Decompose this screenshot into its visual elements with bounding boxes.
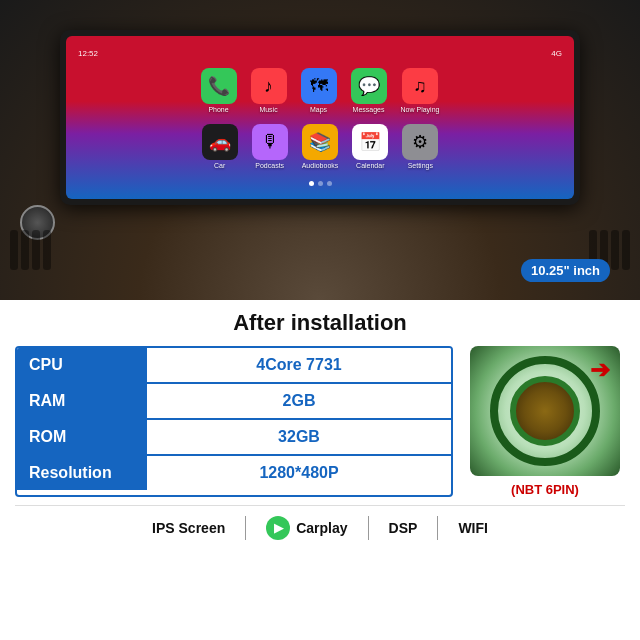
now-playing-label: Now Playing: [401, 106, 440, 113]
spec-row-resolution: Resolution 1280*480P: [17, 456, 451, 490]
dot-1: [309, 181, 314, 186]
dsp-label: DSP: [389, 520, 418, 536]
app-maps: 🗺 Maps: [301, 68, 337, 113]
spec-value-ram: 2GB: [147, 384, 451, 418]
podcasts-label: Podcasts: [255, 162, 284, 169]
music-icon: ♪: [251, 68, 287, 104]
now-playing-icon: ♫: [402, 68, 438, 104]
feature-bar: IPS Screen ▶ Carplay DSP WIFI: [15, 505, 625, 545]
spec-label-rom: ROM: [17, 420, 147, 454]
car-label: Car: [214, 162, 225, 169]
dot-3: [327, 181, 332, 186]
carplay-label: Carplay: [296, 520, 347, 536]
maps-icon: 🗺: [301, 68, 337, 104]
app-settings: ⚙ Settings: [402, 124, 438, 169]
messages-icon: 💬: [351, 68, 387, 104]
phone-icon: 📞: [201, 68, 237, 104]
spec-label-ram: RAM: [17, 384, 147, 418]
audiobooks-label: Audiobooks: [302, 162, 339, 169]
feature-carplay: ▶ Carplay: [246, 516, 367, 540]
app-car: 🚗 Car: [202, 124, 238, 169]
spec-label-cpu: CPU: [17, 348, 147, 382]
status-bar: 12:52 4G: [74, 49, 566, 58]
spec-row-cpu: CPU 4Core 7731: [17, 348, 451, 384]
connector-ring-outer: [490, 356, 600, 466]
app-music: ♪ Music: [251, 68, 287, 113]
connector-section: ➔ (NBT 6PIN): [465, 346, 625, 497]
nbt-label: (NBT 6PIN): [511, 482, 579, 497]
dot-2: [318, 181, 323, 186]
app-calendar: 📅 Calendar: [352, 124, 388, 169]
wifi-label: WIFI: [458, 520, 488, 536]
app-row-1: 📞 Phone ♪ Music 🗺 Maps 💬 Messages ♫: [201, 68, 440, 113]
app-now-playing: ♫ Now Playing: [401, 68, 440, 113]
install-title: After installation: [15, 310, 625, 336]
app-messages: 💬 Messages: [351, 68, 387, 113]
app-phone: 📞 Phone: [201, 68, 237, 113]
page-dots: [309, 181, 332, 186]
arrow-icon: ➔: [590, 356, 610, 384]
settings-label: Settings: [408, 162, 433, 169]
spec-value-cpu: 4Core 7731: [147, 348, 451, 382]
messages-label: Messages: [353, 106, 385, 113]
feature-wifi: WIFI: [438, 520, 508, 536]
car-icon: 🚗: [202, 124, 238, 160]
spec-value-resolution: 1280*480P: [147, 456, 451, 490]
signal-display: 4G: [551, 49, 562, 58]
calendar-label: Calendar: [356, 162, 384, 169]
time-display: 12:52: [78, 49, 98, 58]
feature-ips: IPS Screen: [132, 520, 245, 536]
calendar-icon: 📅: [352, 124, 388, 160]
spec-label-resolution: Resolution: [17, 456, 147, 490]
spec-row-ram: RAM 2GB: [17, 384, 451, 420]
install-section: After installation CPU 4Core 7731 RAM 2G…: [0, 300, 640, 555]
app-audiobooks: 📚 Audiobooks: [302, 124, 339, 169]
car-image-section: 12:52 4G 📞 Phone ♪ Music 🗺 Maps 💬: [0, 0, 640, 300]
settings-icon: ⚙: [402, 124, 438, 160]
screen-bezel: 12:52 4G 📞 Phone ♪ Music 🗺 Maps 💬: [60, 30, 580, 205]
app-podcasts: 🎙 Podcasts: [252, 124, 288, 169]
connector-image: ➔: [470, 346, 620, 476]
ips-label: IPS Screen: [152, 520, 225, 536]
app-row-2: 🚗 Car 🎙 Podcasts 📚 Audiobooks 📅 Calendar…: [202, 124, 439, 169]
maps-label: Maps: [310, 106, 327, 113]
podcasts-icon: 🎙: [252, 124, 288, 160]
screen-display: 12:52 4G 📞 Phone ♪ Music 🗺 Maps 💬: [66, 36, 574, 199]
audiobooks-icon: 📚: [302, 124, 338, 160]
spec-value-rom: 32GB: [147, 420, 451, 454]
spec-row-rom: ROM 32GB: [17, 420, 451, 456]
phone-label: Phone: [208, 106, 228, 113]
music-label: Music: [259, 106, 277, 113]
left-vent: [10, 230, 51, 270]
size-badge: 10.25" inch: [521, 259, 610, 282]
specs-table: CPU 4Core 7731 RAM 2GB ROM 32GB Resoluti…: [15, 346, 453, 497]
install-content: CPU 4Core 7731 RAM 2GB ROM 32GB Resoluti…: [15, 346, 625, 497]
carplay-icon: ▶: [266, 516, 290, 540]
feature-dsp: DSP: [369, 520, 438, 536]
